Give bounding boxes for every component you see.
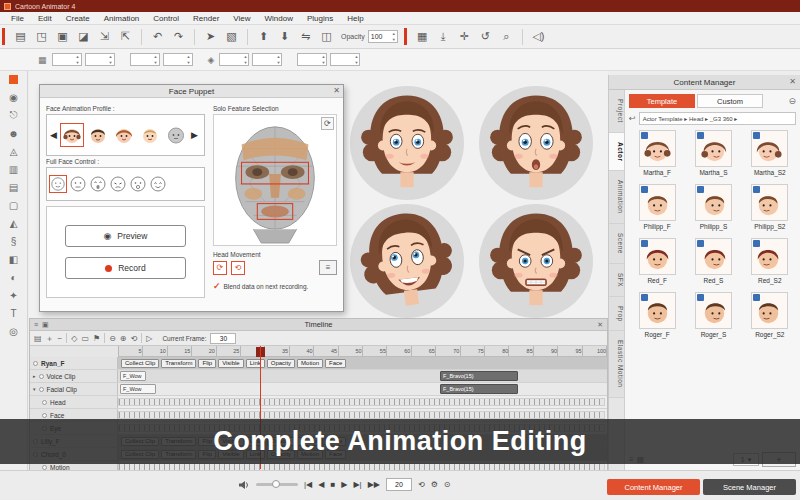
menu-control[interactable]: Control <box>146 14 186 23</box>
pos-x-input[interactable]: ▲▼ <box>52 53 82 66</box>
skip-to-end-icon[interactable]: ▶▶ <box>368 480 380 489</box>
group-icon[interactable]: ◫ <box>318 28 335 45</box>
full-face-option-icon[interactable] <box>109 175 127 193</box>
tab-sfx[interactable]: SFX <box>609 264 624 297</box>
bone-tool-icon[interactable]: ⎋ <box>6 108 22 122</box>
profile-next-icon[interactable]: ▶ <box>190 130 199 140</box>
grid-icon[interactable]: ▦ <box>38 55 47 65</box>
zoom-tool-icon[interactable]: ⌕ <box>498 28 515 45</box>
back-arrow-icon[interactable]: ↩ <box>629 114 636 123</box>
menu-view[interactable]: View <box>226 14 257 23</box>
volume-knob[interactable] <box>272 480 280 488</box>
rotate-input[interactable]: ▲▼ <box>219 53 249 66</box>
motion-button[interactable]: Motion <box>297 359 323 368</box>
full-face-option-icon[interactable] <box>129 175 147 193</box>
content-item[interactable]: Roger_S <box>685 292 741 338</box>
tab-template[interactable]: Template <box>629 94 695 108</box>
keyframe-strip[interactable] <box>118 411 605 419</box>
flip-button[interactable]: Flip <box>198 359 216 368</box>
mask-tool-icon[interactable]: ◐ <box>6 270 22 284</box>
move-tool-icon[interactable]: ✛ <box>456 28 473 45</box>
content-item[interactable]: Roger_F <box>629 292 685 338</box>
face-button[interactable]: Face <box>325 359 346 368</box>
settings-gear-icon[interactable]: ⚙ <box>431 480 438 489</box>
clip-strip[interactable]: F_Wow F_Bravo(15) <box>118 370 607 382</box>
layer-down-icon[interactable]: ⬇ <box>276 28 293 45</box>
content-thumbnail[interactable] <box>639 130 676 167</box>
scene-mode-icon[interactable]: ▧ <box>223 28 240 45</box>
stepper-arrows-icon[interactable]: ▲▼ <box>392 31 396 43</box>
collect-clip-icon[interactable]: ◪ <box>75 28 92 45</box>
play-icon[interactable]: ▷ <box>146 334 152 343</box>
face-tool-icon[interactable]: ☻ <box>6 126 22 140</box>
sprite-tool-icon[interactable]: ▥ <box>6 162 22 176</box>
tab-custom[interactable]: Custom <box>697 94 763 108</box>
clip-strip[interactable]: F_Wow F_Bravo(15) <box>118 383 607 395</box>
angle-input[interactable]: ▲▼ <box>252 53 282 66</box>
track-record-icon[interactable] <box>33 361 38 366</box>
close-icon[interactable]: ✕ <box>597 321 603 329</box>
character-portrait-surprised[interactable] <box>479 86 593 200</box>
tab-animation[interactable]: Animation <box>609 171 624 223</box>
new-project-icon[interactable]: ▤ <box>12 28 29 45</box>
stop-icon[interactable]: ■ <box>330 480 335 489</box>
menu-render[interactable]: Render <box>186 14 226 23</box>
menu-edit[interactable]: Edit <box>31 14 59 23</box>
record-button[interactable]: Record <box>65 257 186 279</box>
breadcrumb[interactable]: Actor Template ▸ Head ▸ _G3 360 ▸ <box>639 112 796 125</box>
timeline-titlebar[interactable]: ≡ ▣ Timeline ✕ <box>30 319 607 331</box>
scene-manager-button[interactable]: Scene Manager <box>703 479 796 495</box>
volume-slider[interactable] <box>256 483 298 486</box>
track-label[interactable]: ▸ Voice Clip <box>30 370 118 382</box>
blend-option[interactable]: ✓ Blend data on next recording. <box>213 281 337 291</box>
track-record-icon[interactable] <box>39 374 44 379</box>
preview-button[interactable]: ◉ Preview <box>65 225 186 247</box>
flag-icon[interactable]: ⚑ <box>93 334 100 343</box>
clip-icon[interactable]: ▭ <box>81 334 89 343</box>
profile-face-neutral-icon[interactable] <box>164 123 188 147</box>
transform-button[interactable]: Transform <box>161 359 196 368</box>
track-record-icon[interactable] <box>42 400 47 405</box>
undo-icon[interactable]: ↶ <box>149 28 166 45</box>
track-list-icon[interactable]: ▤ <box>34 334 42 343</box>
audio-clip[interactable]: F_Wow <box>120 371 146 381</box>
track-record-icon[interactable] <box>42 413 47 418</box>
layer-tool-icon[interactable]: ▤ <box>6 180 22 194</box>
menu-file[interactable]: File <box>4 14 31 23</box>
tab-actor[interactable]: Actor <box>609 133 624 171</box>
camera-tool-icon[interactable]: ◧ <box>6 252 22 266</box>
speaker-icon[interactable] <box>238 480 250 490</box>
remove-track-icon[interactable]: − <box>58 334 63 343</box>
opacity-input[interactable]: 100 ▲▼ <box>368 30 398 43</box>
content-item[interactable]: Philipp_S2 <box>742 184 798 230</box>
track-record-icon[interactable] <box>39 387 44 392</box>
timeline-ruler[interactable]: 510 1520 2530 3540 4550 5560 6570 7580 8… <box>118 346 607 357</box>
content-item[interactable]: Red_S2 <box>742 238 798 284</box>
download-content-icon[interactable]: ⤓ <box>435 28 452 45</box>
menu-plugins[interactable]: Plugins <box>300 14 340 23</box>
face-puppet-titlebar[interactable]: Face Puppet ✕ <box>40 85 343 98</box>
content-item[interactable]: Red_S <box>685 238 741 284</box>
expand-open-icon[interactable]: ▾ <box>33 386 36 392</box>
audio-clip[interactable]: F_Bravo(15) <box>440 371 518 381</box>
content-thumbnail[interactable] <box>751 130 788 167</box>
scale-w-input[interactable]: ▲▼ <box>130 53 160 66</box>
full-face-option-icon[interactable] <box>89 175 107 193</box>
content-thumbnail[interactable] <box>695 130 732 167</box>
menu-create[interactable]: Create <box>59 14 97 23</box>
full-face-option-icon[interactable] <box>149 175 167 193</box>
checkbox-checked-icon[interactable]: ✓ <box>213 281 221 291</box>
flip-icon[interactable]: ⇋ <box>297 28 314 45</box>
size-w-input[interactable]: ▲▼ <box>297 53 327 66</box>
camera-icon[interactable]: ▦ <box>414 28 431 45</box>
body-tool-icon[interactable]: ◬ <box>6 144 22 158</box>
character-portrait-angry[interactable] <box>479 204 593 318</box>
text-tool-icon[interactable]: T <box>6 306 22 320</box>
content-item[interactable]: Martha_S2 <box>742 130 798 176</box>
profile-face-child-icon[interactable] <box>138 123 162 147</box>
list-options-icon[interactable]: ≡ <box>319 260 337 275</box>
play-button-icon[interactable]: ▶ <box>341 480 347 489</box>
step-forward-icon[interactable]: ▶| <box>353 480 361 489</box>
collect-clip-button[interactable]: Collect Clip <box>121 359 159 368</box>
profile-face-man-icon[interactable] <box>86 123 110 147</box>
